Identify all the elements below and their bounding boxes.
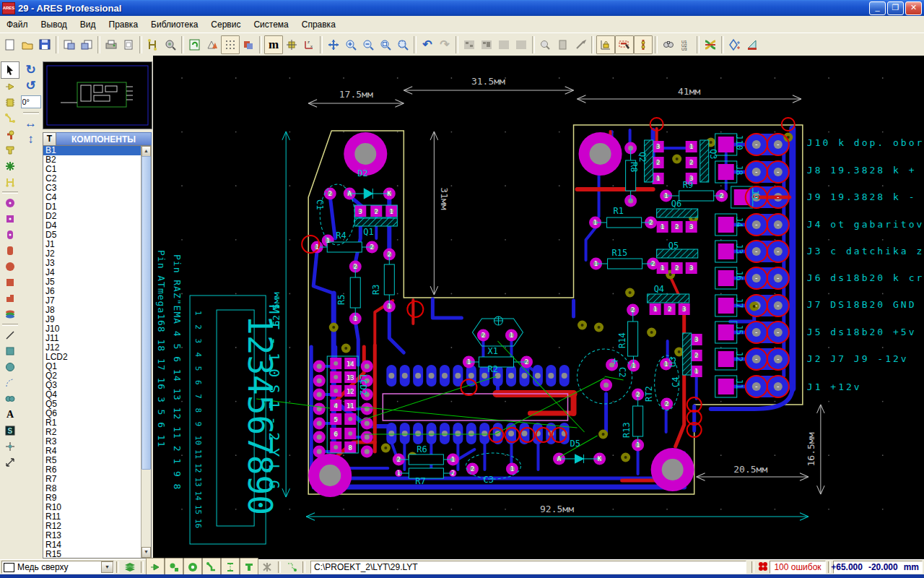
metric-toggle-button[interactable]: m <box>264 35 283 54</box>
path-tool[interactable] <box>1 391 19 407</box>
list-item-R4[interactable]: R4 <box>43 447 141 456</box>
ratsnest-tool[interactable] <box>1 158 19 174</box>
scroll-down-button[interactable]: ▼ <box>141 547 151 558</box>
list-item-J1[interactable]: J1 <box>43 240 141 249</box>
list-item-C3[interactable]: C3 <box>43 184 141 193</box>
package-tool[interactable] <box>1 95 19 111</box>
list-item-Q2[interactable]: Q2 <box>43 371 141 381</box>
list-item-Q5[interactable]: Q5 <box>43 400 141 409</box>
list-item-LCD2[interactable]: LCD2 <box>43 353 141 362</box>
component-list-scrollbar[interactable]: ▲ ▼ <box>141 146 151 558</box>
via-filter-toolbar-button[interactable] <box>634 35 653 54</box>
xy-axes-button[interactable]: zx <box>300 36 318 53</box>
symbol-tool[interactable]: S <box>1 423 19 439</box>
padstack-tool[interactable] <box>1 306 19 322</box>
close-button[interactable]: ✕ <box>905 1 922 15</box>
list-item-R7[interactable]: R7 <box>43 475 141 484</box>
list-item-J2[interactable]: J2 <box>43 249 141 259</box>
ratsnest-recalc-button[interactable] <box>702 36 719 53</box>
list-item-Q6[interactable]: Q6 <box>43 409 141 418</box>
layer-selector[interactable]: Медь сверху ▼ <box>1 561 114 574</box>
pin-mode-icon[interactable] <box>144 36 162 53</box>
route-edit-icon[interactable] <box>283 558 300 576</box>
origin-layers-button[interactable] <box>240 36 257 53</box>
list-item-R2[interactable]: R2 <box>43 428 141 437</box>
list-item-R5[interactable]: R5 <box>43 456 141 465</box>
search-components-button[interactable] <box>660 36 677 53</box>
rotate-ccw-button[interactable]: ↺ <box>22 77 40 93</box>
zoom-all-button[interactable] <box>377 36 394 53</box>
zoom-in-button[interactable] <box>342 36 359 53</box>
pan-button[interactable] <box>325 36 342 53</box>
list-item-Q4[interactable]: Q4 <box>43 390 141 400</box>
menu-Библиотека[interactable]: Библиотека <box>144 17 204 32</box>
list-item-R1[interactable]: R1 <box>43 418 141 428</box>
marker-tool[interactable] <box>1 439 19 454</box>
false-origin-button[interactable] <box>283 36 300 53</box>
make-package-button[interactable] <box>554 36 572 53</box>
list-item-J5[interactable]: J5 <box>43 277 141 287</box>
menu-Система[interactable]: Система <box>247 17 295 32</box>
trace-tool[interactable] <box>1 111 19 126</box>
list-item-Q1[interactable]: Q1 <box>43 362 141 371</box>
flip-horizontal-button[interactable]: ↔ <box>22 116 40 131</box>
dil-pad-tool[interactable] <box>1 227 19 243</box>
maximize-button[interactable]: ❐ <box>887 1 904 15</box>
zone-tool[interactable] <box>1 142 19 158</box>
flip-vertical-button[interactable]: ↕ <box>22 131 40 147</box>
mark-output-area-button[interactable] <box>120 36 137 53</box>
netlist-loader-icon[interactable] <box>162 36 179 53</box>
auto-trace-lock-button[interactable] <box>596 35 615 54</box>
redraw-button[interactable] <box>186 36 204 53</box>
circle-tool[interactable] <box>1 359 19 375</box>
menu-Файл[interactable]: Файл <box>0 17 35 32</box>
menu-Сервис[interactable]: Сервис <box>204 17 247 32</box>
dimension-tool[interactable] <box>1 454 19 470</box>
list-item-D5[interactable]: D5 <box>43 230 141 240</box>
list-item-R8[interactable]: R8 <box>43 484 141 493</box>
layer-dropdown-arrow-icon[interactable]: ▼ <box>101 561 113 573</box>
save-file-button[interactable] <box>36 36 53 53</box>
smd-rounded-pad-tool[interactable] <box>1 243 19 259</box>
list-item-B1[interactable]: B1 <box>43 146 141 155</box>
pin-swap-button[interactable] <box>726 36 744 53</box>
design-rule-check-button[interactable] <box>744 36 761 53</box>
list-item-J4[interactable]: J4 <box>43 268 141 277</box>
new-file-button[interactable] <box>1 36 19 53</box>
open-file-button[interactable] <box>19 36 36 53</box>
select-filter-button[interactable] <box>615 35 634 54</box>
list-item-Q3[interactable]: Q3 <box>43 381 141 390</box>
pcb-editor-canvas[interactable]: 17.5мм31.5мм41мм31мм62.5мм92.5мм20.5мм16… <box>153 56 924 560</box>
pick-parts-button[interactable] <box>537 36 554 53</box>
list-item-R6[interactable]: R6 <box>43 465 141 475</box>
flip-button[interactable] <box>204 36 221 53</box>
square-pad-tool[interactable] <box>1 211 19 227</box>
error-count-field[interactable]: 100 ошибок <box>770 561 826 574</box>
box-tool[interactable] <box>1 343 19 359</box>
block-move-button[interactable] <box>478 36 495 53</box>
list-item-C4[interactable]: C4 <box>43 193 141 202</box>
list-item-C2[interactable]: C2 <box>43 174 141 184</box>
zoom-area-button[interactable] <box>394 36 411 53</box>
selector-toggle-button[interactable]: T <box>43 132 56 147</box>
connectivity-tool[interactable] <box>1 174 19 190</box>
list-item-D4[interactable]: D4 <box>43 221 141 230</box>
text-tool[interactable]: A <box>1 407 19 423</box>
list-item-C1[interactable]: C1 <box>43 165 141 174</box>
auto-annotate-button[interactable]: U1U2U3 <box>677 36 694 53</box>
block-copy-button[interactable] <box>461 36 478 53</box>
scroll-up-button[interactable]: ▲ <box>141 146 151 157</box>
component-tool[interactable] <box>1 79 19 95</box>
menu-Справка[interactable]: Справка <box>295 17 342 32</box>
ratsnest-filter-toggle[interactable] <box>258 558 276 576</box>
undo-button[interactable]: ↶ <box>419 36 436 53</box>
list-item-D2[interactable]: D2 <box>43 212 141 221</box>
list-item-J3[interactable]: J3 <box>43 259 141 268</box>
zoom-out-button[interactable] <box>359 36 377 53</box>
block-rotate-button[interactable] <box>495 36 513 53</box>
smd-square-pad-tool[interactable] <box>1 275 19 290</box>
list-item-R15[interactable]: R15 <box>43 550 141 558</box>
smd-polygon-pad-tool[interactable] <box>1 290 19 306</box>
list-item-J6[interactable]: J6 <box>43 287 141 296</box>
list-item-J8[interactable]: J8 <box>43 306 141 315</box>
